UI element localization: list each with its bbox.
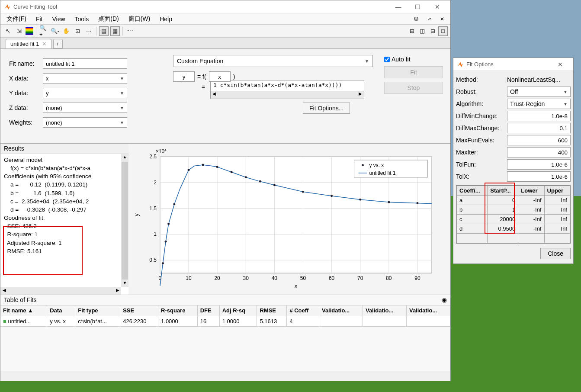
data-cursor-icon[interactable]: ⊡ xyxy=(73,26,82,36)
algorithm-select[interactable]: Trust-Region▼ xyxy=(507,99,571,109)
weights-select[interactable]: (none)▼ xyxy=(43,117,127,128)
legend-toggle-icon[interactable]: ▤ xyxy=(99,26,109,36)
xdata-select[interactable]: x▼ xyxy=(43,73,127,84)
svg-point-34 xyxy=(173,203,175,206)
fitname-label: Fit name: xyxy=(9,60,43,67)
exclude-icon[interactable]: ⋯ xyxy=(84,26,93,36)
tab-untitled-fit-1[interactable]: untitled fit 1 ✕ xyxy=(6,39,51,48)
menu-fit[interactable]: Fit xyxy=(32,15,46,23)
column-header[interactable]: DFE xyxy=(197,305,219,316)
tile-2x2-icon[interactable]: ⊞ xyxy=(407,26,417,36)
equation-type-select[interactable]: Custom Equation▼ xyxy=(173,55,373,67)
tolfun-input[interactable] xyxy=(507,159,571,170)
equation-input[interactable]: 1 c*sin(b*atan(a*x-d*(a*x-atan(a*x)))) xyxy=(210,80,364,91)
menu-window[interactable]: 窗口(W) xyxy=(125,14,154,24)
collapse-icon[interactable]: ◉ xyxy=(442,296,447,304)
axes-tool-icon[interactable]: ⇲ xyxy=(14,26,24,36)
column-header[interactable]: Data xyxy=(47,305,75,316)
svg-point-33 xyxy=(167,223,170,225)
maxiter-input[interactable] xyxy=(507,147,571,157)
undock-icon[interactable]: ↗ xyxy=(424,15,435,23)
tile-1x2-icon[interactable]: ◫ xyxy=(417,26,427,36)
method-value: NonlinearLeastSq... xyxy=(507,76,571,83)
pan-icon[interactable]: ✋ xyxy=(61,26,71,36)
fit-plot[interactable]: 01020304050607080900.511.522.5xy×10⁴y vs… xyxy=(128,144,450,295)
close-button[interactable]: ✕ xyxy=(427,1,447,13)
fits-table[interactable]: Fit name ▲DataFit typeSSER-squareDFEAdj … xyxy=(0,305,450,327)
add-fit-tab-button[interactable]: + xyxy=(53,39,63,48)
toolbar: ↖ ⇲ 🔍+ 🔍- ✋ ⊡ ⋯ ▤ ▦ 〰 ⊞ ◫ ⊟ □ xyxy=(0,25,450,38)
fit-options-close-button[interactable]: Close xyxy=(540,248,571,259)
svg-point-35 xyxy=(187,169,189,171)
grid-toggle-icon[interactable]: ▦ xyxy=(110,26,120,36)
menu-view[interactable]: View xyxy=(48,15,68,23)
fit-options-button[interactable]: Fit Options... xyxy=(303,103,350,114)
fitname-input[interactable] xyxy=(43,58,127,69)
robust-select[interactable]: Off▼ xyxy=(507,87,571,97)
menu-tools[interactable]: Tools xyxy=(71,15,93,23)
svg-point-43 xyxy=(331,195,333,197)
svg-point-39 xyxy=(245,176,247,178)
coefficients-table[interactable]: Coeffi...StartP...LowerUppera0-InfInfb1-… xyxy=(456,185,571,244)
column-header[interactable]: Validatio... xyxy=(406,305,450,316)
diffmaxchange-label: DiffMaxChange: xyxy=(456,125,507,132)
tile-2x1-icon[interactable]: ⊟ xyxy=(428,26,437,36)
zdata-select[interactable]: (none)▼ xyxy=(43,103,127,113)
dependent-var-input[interactable] xyxy=(173,71,195,82)
svg-point-51 xyxy=(362,164,364,166)
close-dock-icon[interactable]: ✕ xyxy=(437,15,448,23)
column-header[interactable]: Adj R-sq xyxy=(219,305,257,316)
fit-options-close-icon[interactable]: ✕ xyxy=(550,58,570,71)
menu-file[interactable]: 文件(F) xyxy=(3,14,30,24)
equation-hscroll[interactable]: ◀▶ xyxy=(210,91,364,99)
fit-options-title: Fit Options xyxy=(466,61,550,67)
table-row: a0-InfInf xyxy=(457,196,570,205)
column-header[interactable]: # Coeff xyxy=(287,305,319,316)
svg-text:20: 20 xyxy=(214,275,220,281)
tolfun-label: TolFun: xyxy=(456,161,507,168)
tile-1x1-icon[interactable]: □ xyxy=(438,26,448,36)
autofit-checkbox[interactable]: Auto fit xyxy=(384,56,443,63)
diffmaxchange-input[interactable] xyxy=(507,123,571,133)
zoom-out-icon[interactable]: 🔍- xyxy=(50,26,60,36)
ydata-select[interactable]: y▼ xyxy=(43,88,127,98)
column-header[interactable]: SSE xyxy=(120,305,158,316)
results-text: General model: f(x) = c*sin(b*atan(a*x-d… xyxy=(0,154,128,295)
results-hscroll[interactable]: ◀▶ xyxy=(0,287,121,295)
column-header[interactable]: RMSE xyxy=(257,305,287,316)
svg-point-32 xyxy=(165,241,167,243)
column-header[interactable]: Fit type xyxy=(75,305,120,316)
table-row: c20000-InfInf xyxy=(457,215,570,224)
menu-desktop[interactable]: 桌面(D) xyxy=(95,14,122,24)
residuals-icon[interactable]: 〰 xyxy=(125,26,135,36)
column-header[interactable]: Fit name ▲ xyxy=(0,305,47,316)
svg-text:y: y xyxy=(133,213,140,216)
fit-button[interactable]: Fit xyxy=(384,66,443,78)
tab-close-icon[interactable]: ✕ xyxy=(42,41,47,47)
maximize-button[interactable]: ☐ xyxy=(408,1,427,13)
column-header[interactable]: R-square xyxy=(158,305,198,316)
color-tool-icon[interactable] xyxy=(26,27,33,35)
tab-label: untitled fit 1 xyxy=(10,41,39,47)
column-header[interactable]: Validatio... xyxy=(363,305,406,316)
diffminchange-input[interactable] xyxy=(507,111,571,121)
tolx-input[interactable] xyxy=(507,171,571,182)
menubar: 文件(F) Fit View Tools 桌面(D) 窗口(W) Help ⛁ … xyxy=(0,13,450,25)
eq-text-1: = f( xyxy=(197,73,206,80)
menu-help[interactable]: Help xyxy=(156,15,176,23)
results-vscroll[interactable]: ▲▼ xyxy=(121,154,128,287)
maxfunevals-label: MaxFunEvals: xyxy=(456,137,507,144)
minimize-button[interactable]: — xyxy=(388,1,408,13)
window-title: Curve Fitting Tool xyxy=(13,3,388,10)
diffminchange-label: DiffMinChange: xyxy=(456,112,507,119)
select-tool-icon[interactable]: ↖ xyxy=(3,26,13,36)
zoom-in-icon[interactable]: 🔍+ xyxy=(39,26,48,36)
matlab-icon xyxy=(4,3,11,10)
independent-var-input[interactable] xyxy=(209,71,231,82)
column-header[interactable]: Validatio... xyxy=(319,305,363,316)
matlab-icon xyxy=(457,61,464,68)
maxfunevals-input[interactable] xyxy=(507,135,571,145)
dock-menu-icon[interactable]: ⛁ xyxy=(411,15,422,23)
svg-text:50: 50 xyxy=(300,275,306,281)
stop-button[interactable]: Stop xyxy=(384,82,443,94)
